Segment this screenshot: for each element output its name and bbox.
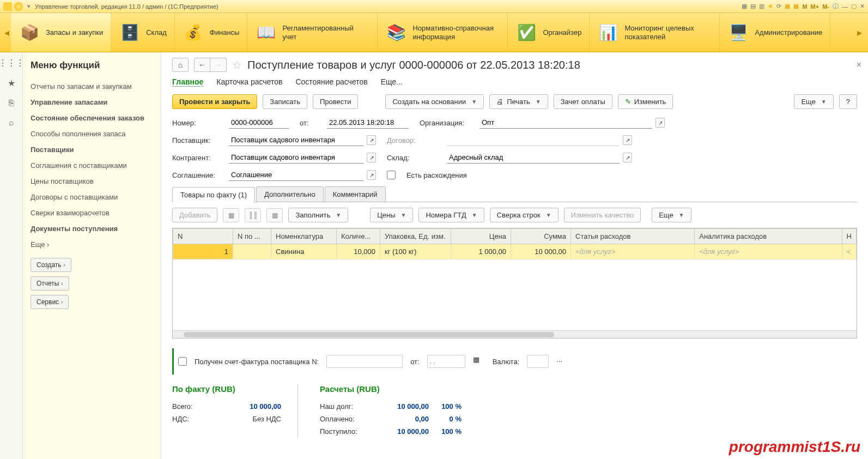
open-icon[interactable]: ↗ — [655, 118, 665, 128]
col-npo[interactable]: N по ... — [233, 229, 271, 244]
open-icon[interactable]: ↗ — [367, 135, 376, 145]
ribbon-section-monitoring[interactable]: 📊Мониторинг целевых показателей — [590, 13, 720, 52]
dropdown-icon[interactable]: ▾ — [27, 3, 31, 10]
grid-icon-button[interactable]: ▦ — [266, 208, 283, 222]
ribbon-section-stock[interactable]: 📦Запасы и закупки — [11, 13, 111, 52]
tool-icon[interactable]: ▥ — [759, 3, 764, 10]
back-button[interactable]: ← — [194, 58, 210, 72]
post-button[interactable]: Провести — [313, 94, 359, 109]
ribbon-section-organizer[interactable]: ✅Органайзер — [508, 13, 590, 52]
col-nomen[interactable]: Номенклатура — [271, 229, 337, 244]
sidebar-item[interactable]: Сверки взаиморасчетов — [31, 205, 153, 221]
help-icon[interactable]: ⓘ — [833, 2, 839, 10]
create-based-button[interactable]: Создать на основании▼ — [385, 94, 484, 109]
currency-input[interactable] — [527, 355, 549, 368]
col-anal[interactable]: Аналитика расходов — [695, 229, 842, 244]
grid-icon-button[interactable]: ▦ — [223, 208, 239, 222]
print-button[interactable]: 🖨Печать▼ — [489, 94, 548, 109]
minimize-icon[interactable]: — — [842, 3, 848, 10]
open-icon[interactable]: ↗ — [367, 170, 376, 180]
service-button[interactable]: Сервис — [31, 295, 69, 309]
forward-button[interactable]: → — [210, 58, 227, 72]
close-icon[interactable]: ✕ — [860, 3, 865, 10]
clipboard-icon[interactable]: ⎘ — [9, 98, 14, 108]
org-input[interactable] — [479, 117, 652, 129]
edit-button[interactable]: ✎Изменить — [618, 94, 673, 109]
tab-more[interactable]: Еще... — [381, 77, 403, 87]
sidebar-item[interactable]: Способы пополнения запаса — [31, 126, 153, 142]
horizontal-scrollbar[interactable] — [173, 330, 857, 338]
write-button[interactable]: Записать — [263, 94, 307, 109]
post-close-button[interactable]: Провести и закрыть — [172, 94, 257, 109]
col-pack[interactable]: Упаковка, Ед. изм. — [380, 229, 451, 244]
tool-icon[interactable]: ▤ — [750, 3, 756, 10]
ribbon-section-regulated[interactable]: 📖Регламентированный учет — [247, 13, 378, 52]
tab-goods[interactable]: Товары по факту (1) — [172, 187, 255, 202]
more-button[interactable]: Еще▼ — [794, 94, 833, 109]
ribbon-section-finance[interactable]: 💰Финансы — [175, 13, 248, 52]
calc-icon[interactable]: ▦ — [785, 3, 790, 10]
col-h[interactable]: Н — [842, 229, 856, 244]
favorite-toggle-icon[interactable]: ☆ — [232, 58, 242, 71]
reports-button[interactable]: Отчеты — [31, 276, 69, 291]
contract-input[interactable] — [447, 134, 620, 146]
tab-extra[interactable]: Дополнительно — [256, 186, 324, 202]
open-icon[interactable]: ↗ — [367, 153, 376, 162]
m-button[interactable]: M — [802, 3, 807, 10]
close-icon[interactable]: × — [857, 60, 861, 70]
quality-button[interactable]: Изменить качество — [564, 208, 641, 222]
sidebar-item[interactable]: Цены поставщиков — [31, 173, 153, 189]
table-row[interactable]: 1 Свинина 10,000 кг (100 кг) 1 000,00 10… — [173, 244, 857, 259]
gtd-button[interactable]: Номера ГТД▼ — [418, 208, 484, 222]
col-sum[interactable]: Сумма — [511, 229, 571, 244]
agreement-input[interactable] — [229, 169, 363, 181]
fill-button[interactable]: Заполнить▼ — [288, 208, 348, 222]
ribbon-section-admin[interactable]: 🖥️Администрирование — [720, 13, 830, 52]
create-button[interactable]: Создать — [31, 258, 71, 272]
search-icon[interactable]: ⌕ — [9, 118, 14, 128]
ribbon-section-reference[interactable]: 📚Нормативно-справочная информация — [378, 13, 508, 52]
offset-button[interactable]: Зачет оплаты — [554, 94, 612, 109]
ribbon-right-icon[interactable]: ▸ — [857, 27, 864, 39]
number-input[interactable] — [229, 117, 289, 129]
col-price[interactable]: Цена — [451, 229, 511, 244]
sidebar-item[interactable]: Поставщики — [31, 142, 153, 158]
invoice-checkbox[interactable] — [178, 357, 187, 366]
home-button[interactable]: ⌂ — [172, 58, 189, 72]
invoice-date-input[interactable] — [427, 355, 465, 368]
star-icon[interactable]: ★ — [768, 3, 773, 10]
counter-input[interactable] — [229, 152, 363, 164]
tool-icon[interactable]: ⟳ — [776, 3, 781, 10]
sidebar-item[interactable]: Договоры с поставщиками — [31, 189, 153, 205]
sidebar-item[interactable]: Управление запасами — [31, 94, 153, 110]
goods-grid[interactable]: N N по ... Номенклатура Количе... Упаков… — [172, 228, 857, 339]
col-qty[interactable]: Количе... — [337, 229, 380, 244]
prices-button[interactable]: Цены▼ — [370, 208, 413, 222]
calendar-icon[interactable]: ▦ — [793, 3, 799, 10]
from-input[interactable] — [327, 117, 409, 129]
round-icon[interactable] — [14, 2, 23, 11]
favorite-icon[interactable]: ★ — [8, 78, 15, 88]
sidebar-item[interactable]: Соглашения с поставщиками — [31, 158, 153, 173]
ribbon-section-warehouse[interactable]: 🗄️Склад — [111, 13, 175, 52]
add-button[interactable]: Добавить — [172, 208, 217, 222]
sidebar-item[interactable]: Состояние обеспечения заказов — [31, 110, 153, 126]
tab-comment[interactable]: Комментарий — [325, 186, 386, 202]
help-button[interactable]: ? — [839, 94, 857, 109]
mminus-button[interactable]: M- — [822, 3, 829, 10]
open-icon[interactable]: ↗ — [623, 153, 632, 162]
apps-icon[interactable]: ⋮⋮⋮ — [0, 58, 25, 68]
supplier-input[interactable] — [229, 134, 363, 146]
calendar-icon[interactable]: ▦ — [473, 355, 485, 367]
tab-card[interactable]: Карточка расчетов — [216, 77, 282, 87]
tab-state[interactable]: Состояние расчетов — [295, 77, 367, 87]
sidebar-item[interactable]: Отчеты по запасам и закупкам — [31, 78, 153, 94]
open-icon[interactable]: ↗ — [623, 135, 632, 145]
col-n[interactable]: N — [173, 229, 233, 244]
sidebar-item[interactable]: Документы поступления — [31, 221, 153, 237]
reconcile-button[interactable]: Сверка строк▼ — [490, 208, 559, 222]
sidebar-item-more[interactable]: Еще › — [31, 237, 153, 252]
ribbon-left-icon[interactable]: ◂ — [4, 27, 11, 39]
col-exp[interactable]: Статья расходов — [571, 229, 695, 244]
maximize-icon[interactable]: ▢ — [851, 3, 857, 10]
